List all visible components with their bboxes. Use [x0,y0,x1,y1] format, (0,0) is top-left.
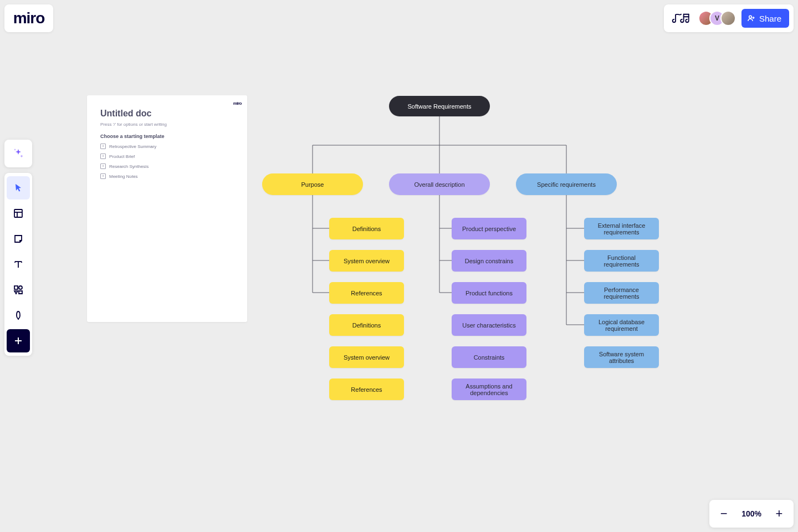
sparkle-icon [12,147,25,160]
node-label: Software system attributes [590,351,653,364]
avatar-initial: V [715,14,719,22]
document-panel[interactable]: miro Untitled doc Press '/' for options … [87,95,247,322]
template-add-icon [100,163,106,169]
app-logo-text: miro [13,9,45,27]
tree-leaf-node[interactable]: Software system attributes [584,346,659,368]
node-label: External interface requirements [590,222,653,236]
presence-avatars[interactable]: V [698,11,736,26]
tree-leaf-node[interactable]: Functional requirements [584,250,659,272]
node-label: Constraints [474,354,505,361]
template-label: Research Synthesis [109,164,149,169]
music-notes-icon[interactable] [671,10,693,27]
share-label: Share [759,14,781,23]
tree-leaf-node[interactable]: External interface requirements [584,218,659,239]
tree-leaf-node[interactable]: References [329,378,404,400]
doc-title[interactable]: Untitled doc [100,109,234,119]
tree-leaf-node[interactable]: User characteristics [452,314,526,336]
text-icon [13,259,24,270]
tree-leaf-node[interactable]: System overview [329,250,404,272]
cursor-icon [13,182,24,193]
add-tool[interactable] [7,329,30,352]
node-label: Specific requirements [537,181,596,188]
tree-leaf-node[interactable]: Definitions [329,314,404,336]
template-item[interactable]: Product Brief [100,154,234,159]
node-label: Assumptions and dependencies [457,383,521,396]
template-list: Retrospective Summary Product Brief Rese… [100,144,234,179]
tree-leaf-node[interactable]: Assumptions and dependencies [452,378,526,400]
app-logo[interactable]: miro [4,4,53,32]
tree-branch-node[interactable]: Overall description [389,173,490,195]
zoom-in-button[interactable]: + [774,508,785,519]
tree-leaf-node[interactable]: Definitions [329,218,404,239]
plus-icon [13,336,23,346]
template-add-icon [100,173,106,179]
select-tool[interactable] [7,176,30,200]
tree-leaf-node[interactable]: Design constrains [452,250,526,272]
node-label: Product perspective [462,226,516,232]
template-label: Meeting Notes [109,174,138,179]
svg-point-0 [749,16,752,18]
topbar: V Share [664,4,794,32]
tree-leaf-node[interactable]: References [329,282,404,304]
shapes-tool[interactable] [7,278,30,301]
tree-branch-node[interactable]: Purpose [262,173,363,195]
svg-rect-8 [14,286,18,289]
doc-choose-label: Choose a starting template [100,134,234,139]
pen-tool[interactable] [7,304,30,327]
template-label: Product Brief [109,154,135,159]
tree-leaf-node[interactable]: Constraints [452,346,526,368]
layout-icon [13,208,24,219]
node-label: Performance requirements [590,287,653,300]
text-tool[interactable] [7,253,30,276]
doc-hint: Press '/' for options or start writing [100,122,234,127]
node-label: Definitions [352,226,381,232]
node-label: System overview [344,354,390,361]
zoom-level[interactable]: 100% [741,509,761,518]
shapes-icon [13,284,24,295]
node-label: Design constrains [465,258,513,264]
share-button[interactable]: Share [741,9,789,28]
node-label: Software Requirements [408,103,472,110]
sticky-tool[interactable] [7,227,30,250]
sticky-note-icon [13,233,24,244]
node-label: User characteristics [462,322,516,329]
tree-leaf-node[interactable]: Product functions [452,282,526,304]
template-add-icon [100,154,106,159]
node-label: Logical database requirement [590,319,653,332]
avatar[interactable] [720,11,736,26]
tree-leaf-node[interactable]: Performance requirements [584,282,659,304]
template-item[interactable]: Research Synthesis [100,163,234,169]
template-item[interactable]: Retrospective Summary [100,144,234,149]
node-label: Overall description [414,181,464,188]
node-label: Functional requirements [590,254,653,268]
share-people-icon [747,14,756,23]
tree-root-node[interactable]: Software Requirements [389,96,490,116]
node-label: Product functions [466,290,513,296]
ai-tool-button[interactable] [4,140,32,167]
doc-brand: miro [233,101,242,106]
node-label: References [351,386,382,393]
tree-branch-node[interactable]: Specific requirements [516,173,617,195]
node-label: References [351,290,382,296]
svg-point-9 [19,286,22,289]
tree-leaf-node[interactable]: System overview [329,346,404,368]
svg-rect-1 [14,209,22,217]
zoom-out-button[interactable]: − [718,508,729,519]
node-label: System overview [344,258,390,264]
node-label: Definitions [352,322,381,329]
pen-icon [13,310,24,321]
node-label: Purpose [301,181,324,188]
zoom-control: − 100% + [709,500,794,528]
template-label: Retrospective Summary [109,144,156,149]
template-tool[interactable] [7,202,30,225]
template-item[interactable]: Meeting Notes [100,173,234,179]
tree-leaf-node[interactable]: Product perspective [452,218,526,239]
template-add-icon [100,144,106,149]
tree-leaf-node[interactable]: Logical database requirement [584,314,659,336]
left-toolbar [4,173,32,356]
